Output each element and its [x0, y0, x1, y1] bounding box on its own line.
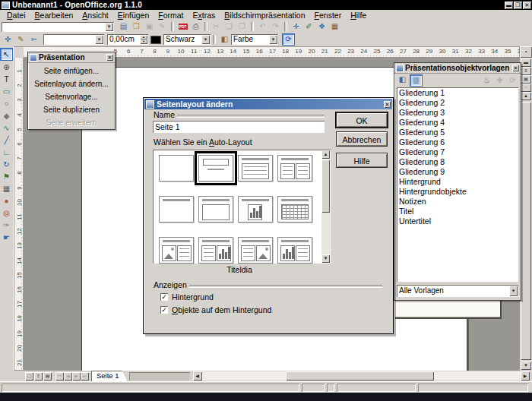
style-item[interactable]: Untertitel: [397, 216, 518, 226]
first-page-button[interactable]: ⏮: [55, 372, 64, 380]
scrollbar-thumb[interactable]: [521, 102, 531, 360]
style-filter-combobox[interactable]: Alle Vorlagen ▼: [397, 285, 518, 297]
view-slide-button[interactable]: ▤: [521, 75, 531, 84]
drawing-view-button[interactable]: ▢: [25, 372, 33, 380]
menu-bildschirmprsentation[interactable]: Bildschirmpräsentation: [220, 11, 309, 21]
text-icon[interactable]: T: [1, 74, 12, 85]
scrollbar-thumb[interactable]: [321, 159, 330, 213]
rectangle-icon[interactable]: ▭: [1, 86, 12, 97]
menu-extras[interactable]: Extras: [188, 11, 220, 21]
layout-option-blank[interactable]: [159, 155, 194, 182]
style-item[interactable]: Hintergrund: [397, 177, 518, 187]
checkbox-checked[interactable]: ✓: [160, 293, 168, 301]
close-icon[interactable]: ✕: [512, 65, 519, 71]
style-item[interactable]: Gliederung 2: [397, 98, 518, 108]
palette-titlebar[interactable]: Präsentation ✕: [28, 52, 115, 63]
help-button[interactable]: Hilfe: [336, 153, 388, 168]
style-item[interactable]: Gliederung 1: [397, 88, 518, 98]
checkbox-checked[interactable]: ✓: [160, 306, 168, 314]
export-pdf-icon[interactable]: PDF: [177, 21, 188, 32]
alignment-icon[interactable]: ⚑: [1, 171, 12, 182]
stylist-titlebar[interactable]: Präsentationsobjektvorlagen ✕: [394, 63, 521, 74]
menu-datei[interactable]: Datei: [2, 11, 30, 21]
layout-option-title-only[interactable]: [159, 196, 194, 223]
rotate-icon[interactable]: ↻: [1, 159, 12, 170]
slide-view-button[interactable]: ▤: [43, 372, 52, 380]
effects-icon[interactable]: ✑: [1, 219, 12, 231]
presentation-styles-icon[interactable]: ◧: [397, 74, 408, 85]
menu-einfgen[interactable]: Einfügen: [113, 11, 154, 21]
spin-down-icon[interactable]: ▼: [140, 39, 147, 44]
scroll-down-icon[interactable]: ▼: [521, 362, 531, 370]
arrow-style-icon[interactable]: ➳: [28, 34, 40, 45]
undo-icon[interactable]: ↶: [257, 21, 268, 32]
chevron-down-icon[interactable]: ▼: [95, 35, 103, 44]
outline-view-button[interactable]: ≡: [34, 372, 43, 380]
zoom-icon[interactable]: ⊕: [1, 62, 12, 73]
style-item[interactable]: Gliederung 8: [397, 157, 518, 167]
close-button[interactable]: ✕: [523, 2, 531, 9]
style-list[interactable]: Gliederung 1Gliederung 2Gliederung 3Glie…: [397, 87, 518, 282]
layout-option-title-subtitle[interactable]: [198, 155, 233, 182]
fill-style-combobox[interactable]: Farbe ▼: [231, 34, 278, 45]
previous-page-button[interactable]: ◀: [64, 372, 72, 380]
chevron-down-icon[interactable]: ▼: [509, 286, 518, 296]
layout-grid-scrollbar[interactable]: ▲ ▼: [321, 150, 330, 263]
style-item[interactable]: Gliederung 5: [397, 128, 518, 137]
fill-bucket-icon[interactable]: ◧: [219, 34, 230, 45]
style-item[interactable]: Titel: [397, 207, 518, 216]
close-icon[interactable]: ✕: [384, 101, 391, 108]
vertical-scrollbar[interactable]: ▬≡▤◦▲ ▼: [520, 58, 532, 371]
chevron-down-icon[interactable]: ▼: [201, 35, 210, 44]
tab-seite-1[interactable]: Seite 1: [91, 371, 128, 381]
ok-button[interactable]: OK: [336, 112, 388, 128]
paste-icon[interactable]: ❐: [236, 21, 248, 32]
curve-icon[interactable]: ∿: [1, 122, 12, 134]
cancel-button[interactable]: Abbrechen: [336, 131, 388, 147]
chevron-down-icon[interactable]: ▼: [269, 35, 277, 44]
close-icon[interactable]: ✕: [106, 54, 113, 61]
menu-hilfe[interactable]: Hilfe: [346, 11, 371, 21]
rotation-mode-icon[interactable]: ⟳: [282, 33, 295, 46]
interaction-icon[interactable]: ☛: [1, 232, 12, 243]
scrollbar-thumb[interactable]: [286, 371, 434, 380]
layout-option-title-bullets-chart[interactable]: [198, 237, 233, 264]
maximize-button[interactable]: ❒: [514, 2, 522, 9]
connector-icon[interactable]: ∟: [1, 147, 12, 158]
save-icon[interactable]: ▣: [144, 21, 155, 32]
last-page-button[interactable]: ⏭: [81, 372, 89, 380]
new-style-icon[interactable]: ✚: [494, 75, 505, 86]
line-pen-icon[interactable]: ✎: [15, 34, 27, 45]
scroll-right-icon[interactable]: ▶: [521, 371, 530, 380]
line-color-combobox[interactable]: Schwarz ▼: [163, 34, 211, 45]
style-item[interactable]: Hintergrundobjekte: [397, 187, 518, 197]
chevron-down-icon[interactable]: ▼: [105, 23, 113, 31]
scroll-up-button[interactable]: ▲: [521, 92, 531, 100]
horizontal-scrollbar[interactable]: [202, 371, 521, 380]
line-width-spinner[interactable]: 0,00cm ▲▼: [107, 34, 148, 45]
lines-arrows-icon[interactable]: ╱: [1, 134, 12, 146]
menu-fenster[interactable]: Fenster: [310, 11, 347, 21]
layout-option-title-bullets[interactable]: [238, 155, 273, 182]
style-item[interactable]: Notizen: [397, 197, 518, 207]
layout-option-title-chart[interactable]: [238, 196, 273, 223]
open-icon[interactable]: ❒: [131, 21, 142, 32]
layout-option-title-clipart-bullets[interactable]: [159, 237, 194, 264]
scroll-left-icon[interactable]: ◀: [193, 371, 202, 380]
scroll-up-icon[interactable]: ▲: [321, 150, 330, 159]
select-icon[interactable]: ↖: [0, 48, 13, 61]
line-style-combobox[interactable]: ▼: [43, 34, 104, 45]
edit-points-icon[interactable]: ✜: [2, 34, 14, 45]
3d-objects-icon[interactable]: ◆: [1, 110, 12, 122]
ruler-corner-button[interactable]: ▪: [520, 46, 532, 58]
edit-file-icon[interactable]: ✎: [157, 21, 168, 32]
next-page-button[interactable]: ▶: [72, 372, 81, 380]
ellipse-icon[interactable]: ○: [1, 98, 12, 109]
copy-icon[interactable]: ❏: [223, 21, 235, 32]
style-item[interactable]: Gliederung 9: [397, 167, 518, 177]
palette-item-seitenlayout-ndern[interactable]: Seitenlayout ändern...: [28, 77, 115, 90]
hyperlink-icon[interactable]: ❖: [316, 21, 328, 32]
stylist-icon[interactable]: ✐: [303, 21, 315, 32]
menu-format[interactable]: Format: [154, 11, 188, 21]
style-item[interactable]: Gliederung 7: [397, 147, 518, 157]
